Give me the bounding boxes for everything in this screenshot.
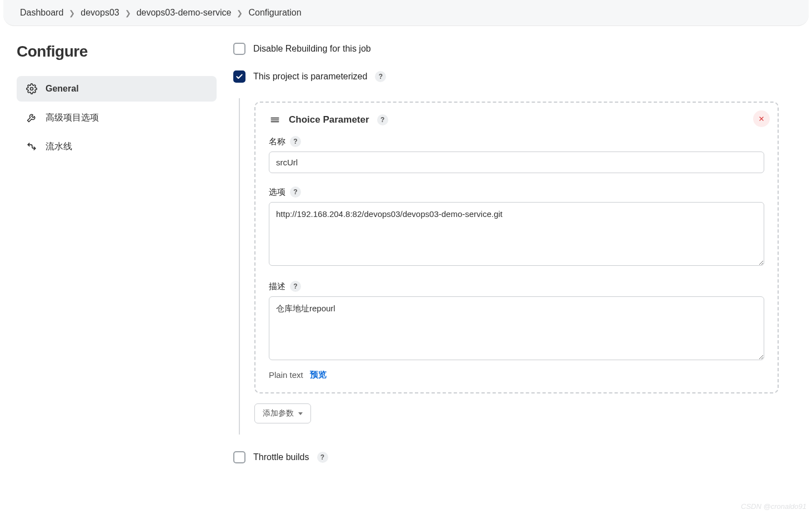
- help-icon[interactable]: ?: [290, 136, 301, 147]
- field-choices: 选项 ?: [269, 186, 764, 267]
- page-title: Configure: [17, 43, 217, 60]
- breadcrumb-devops03[interactable]: devops03: [81, 8, 119, 18]
- parameterized-block: Choice Parameter ? 名称 ?: [239, 98, 779, 435]
- help-icon[interactable]: ?: [290, 281, 301, 292]
- sidebar-item-label: 高级项目选项: [46, 112, 99, 124]
- field-label: 名称: [269, 137, 285, 147]
- sidebar-item-label: 流水线: [46, 141, 72, 153]
- breadcrumb-project[interactable]: devops03-demo-service: [137, 8, 232, 18]
- checkbox-throttle[interactable]: [233, 451, 245, 463]
- field-label: 选项: [269, 187, 285, 198]
- drag-handle-icon[interactable]: [269, 114, 281, 126]
- breadcrumb-dashboard[interactable]: Dashboard: [20, 8, 63, 18]
- close-icon[interactable]: [753, 110, 770, 127]
- chevron-right-icon: ❯: [237, 9, 243, 17]
- svg-point-0: [31, 88, 33, 90]
- field-label: 描述: [269, 281, 285, 292]
- option-disable-rebuild: Disable Rebuilding for this job: [233, 43, 779, 55]
- description-textarea[interactable]: [269, 296, 764, 360]
- sidebar: Configure General 高级项目选项 流水线: [17, 43, 217, 463]
- checkbox-disable-rebuild[interactable]: [233, 43, 245, 55]
- sidebar-item-advanced[interactable]: 高级项目选项: [17, 105, 217, 130]
- gear-icon: [26, 83, 38, 95]
- main-content: Disable Rebuilding for this job This pro…: [233, 43, 795, 463]
- breadcrumb-configuration[interactable]: Configuration: [248, 8, 301, 18]
- plain-text-label: Plain text: [269, 370, 303, 380]
- breadcrumb: Dashboard ❯ devops03 ❯ devops03-demo-ser…: [20, 8, 792, 18]
- preview-link[interactable]: 预览: [310, 370, 327, 380]
- option-label: This project is parameterized: [253, 72, 367, 82]
- sidebar-item-general[interactable]: General: [17, 76, 217, 102]
- option-parameterized: This project is parameterized ?: [233, 70, 779, 83]
- help-icon[interactable]: ?: [377, 114, 388, 125]
- sidebar-item-label: General: [46, 84, 79, 94]
- description-format-row: Plain text 预览: [269, 370, 764, 380]
- checkbox-parameterized[interactable]: [233, 70, 245, 83]
- help-icon[interactable]: ?: [375, 71, 386, 82]
- chevron-right-icon: ❯: [69, 9, 75, 17]
- parameter-card-title: Choice Parameter: [289, 114, 369, 125]
- chevron-right-icon: ❯: [125, 9, 131, 17]
- breadcrumb-bar: Dashboard ❯ devops03 ❯ devops03-demo-ser…: [3, 0, 809, 26]
- add-parameter-label: 添加参数: [263, 408, 294, 418]
- chevron-down-icon: [298, 412, 303, 415]
- field-description: 描述 ?: [269, 281, 764, 362]
- option-label: Throttle builds: [253, 452, 309, 462]
- help-icon[interactable]: ?: [317, 452, 328, 463]
- choice-parameter-card: Choice Parameter ? 名称 ?: [254, 102, 779, 393]
- sidebar-item-pipeline[interactable]: 流水线: [17, 134, 217, 159]
- option-throttle: Throttle builds ?: [233, 451, 779, 463]
- help-icon[interactable]: ?: [290, 186, 301, 198]
- wrench-icon: [26, 112, 38, 124]
- pipeline-icon: [26, 140, 38, 153]
- choices-textarea[interactable]: [269, 202, 764, 266]
- name-input[interactable]: [269, 152, 764, 173]
- add-parameter-button[interactable]: 添加参数: [254, 403, 311, 423]
- field-name: 名称 ?: [269, 136, 764, 173]
- option-label: Disable Rebuilding for this job: [253, 44, 371, 54]
